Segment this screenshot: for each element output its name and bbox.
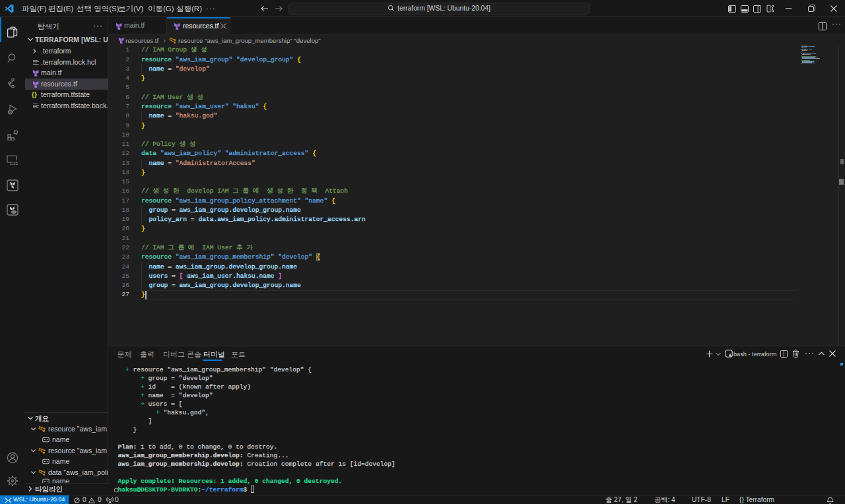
svg-text:s5: s5 xyxy=(13,161,18,166)
